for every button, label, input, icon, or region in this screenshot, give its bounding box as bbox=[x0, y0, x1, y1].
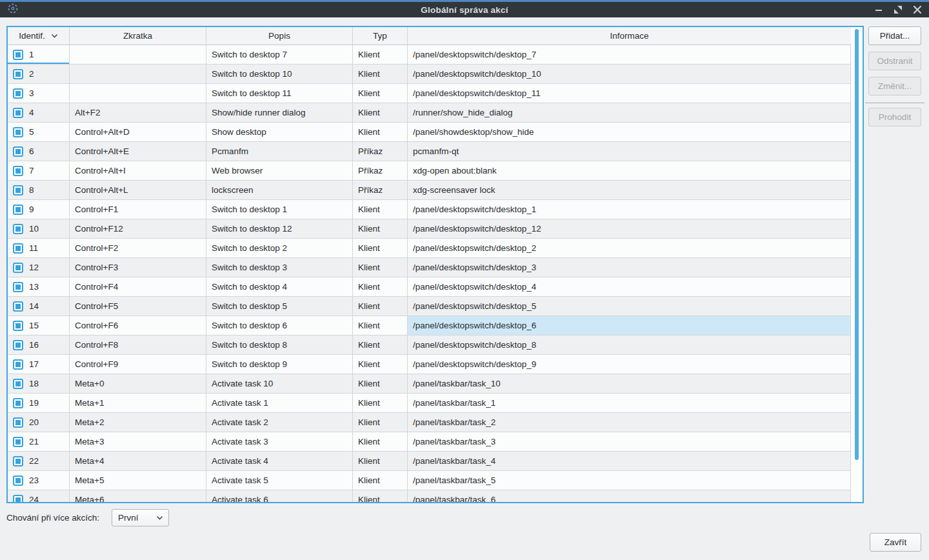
table-row[interactable]: 13Control+F4Switch to desktop 4Klient/pa… bbox=[8, 277, 851, 297]
cell-identif[interactable]: 23 bbox=[8, 471, 70, 490]
cell-typ[interactable]: Klient bbox=[353, 452, 408, 471]
table-row[interactable]: 6Control+Alt+EPcmanfmPříkazpcmanfm-qt bbox=[8, 142, 851, 161]
checkbox-checked-icon[interactable] bbox=[13, 301, 23, 312]
cell-popis[interactable]: Switch to desktop 7 bbox=[206, 45, 353, 65]
cell-zkratka[interactable]: Meta+2 bbox=[70, 413, 206, 432]
cell-typ[interactable]: Klient bbox=[353, 277, 408, 297]
table-row[interactable]: 20Meta+2Activate task 2Klient/panel/task… bbox=[8, 413, 851, 432]
table-row[interactable]: 16Control+F8Switch to desktop 8Klient/pa… bbox=[8, 335, 851, 355]
table-row[interactable]: 11Control+F2Switch to desktop 2Klient/pa… bbox=[8, 239, 851, 258]
cell-popis[interactable]: Pcmanfm bbox=[206, 142, 353, 161]
maximize-restore-button[interactable] bbox=[893, 5, 903, 15]
cell-zkratka[interactable]: Control+Alt+D bbox=[70, 123, 206, 142]
cell-zkratka[interactable] bbox=[70, 45, 206, 65]
checkbox-checked-icon[interactable] bbox=[13, 243, 23, 254]
cell-popis[interactable]: Activate task 5 bbox=[206, 471, 353, 490]
checkbox-checked-icon[interactable] bbox=[13, 224, 23, 234]
cell-informace[interactable]: /runner/show_hide_dialog bbox=[408, 103, 851, 123]
cell-zkratka[interactable]: Control+F3 bbox=[70, 258, 206, 277]
cell-informace[interactable]: /panel/desktopswitch/desktop_5 bbox=[408, 297, 851, 316]
cell-zkratka[interactable]: Control+F8 bbox=[70, 335, 206, 355]
cell-informace[interactable]: xdg-open about:blank bbox=[408, 161, 851, 181]
cell-identif[interactable]: 4 bbox=[8, 103, 70, 123]
cell-identif[interactable]: 16 bbox=[8, 335, 70, 355]
cell-informace[interactable]: /panel/taskbar/task_10 bbox=[408, 374, 851, 394]
scrollbar-thumb[interactable] bbox=[855, 29, 859, 460]
cell-typ[interactable]: Příkaz bbox=[353, 142, 408, 161]
cell-zkratka[interactable]: Meta+4 bbox=[70, 452, 206, 471]
minimize-button[interactable] bbox=[874, 5, 884, 15]
cell-informace[interactable]: /panel/desktopswitch/desktop_4 bbox=[408, 277, 851, 297]
cell-identif[interactable]: 6 bbox=[8, 142, 70, 161]
add-button[interactable]: Přidat... bbox=[868, 26, 921, 45]
cell-popis[interactable]: Activate task 1 bbox=[206, 394, 353, 413]
cell-popis[interactable]: Switch to desktop 10 bbox=[206, 65, 353, 84]
cell-identif[interactable]: 11 bbox=[8, 239, 70, 258]
cell-zkratka[interactable]: Meta+0 bbox=[70, 374, 206, 394]
cell-popis[interactable]: Switch to desktop 3 bbox=[206, 258, 353, 277]
cell-typ[interactable]: Klient bbox=[353, 394, 408, 413]
cell-typ[interactable]: Příkaz bbox=[353, 181, 408, 200]
table-row[interactable]: 12Control+F3Switch to desktop 3Klient/pa… bbox=[8, 258, 851, 277]
title-bar[interactable]: Globální správa akcí bbox=[0, 2, 929, 17]
cell-informace[interactable]: /panel/desktopswitch/desktop_2 bbox=[408, 239, 851, 258]
cell-typ[interactable]: Klient bbox=[353, 65, 408, 84]
checkbox-checked-icon[interactable] bbox=[13, 282, 23, 292]
cell-identif[interactable]: 24 bbox=[8, 490, 70, 502]
cell-popis[interactable]: Activate task 3 bbox=[206, 432, 353, 452]
checkbox-checked-icon[interactable] bbox=[13, 185, 23, 195]
cell-typ[interactable]: Klient bbox=[353, 239, 408, 258]
table-row[interactable]: 2Switch to desktop 10Klient/panel/deskto… bbox=[8, 65, 851, 84]
cell-informace[interactable]: /panel/taskbar/task_3 bbox=[408, 432, 851, 452]
cell-identif[interactable]: 1 bbox=[8, 45, 70, 65]
cell-identif[interactable]: 14 bbox=[8, 297, 70, 316]
cell-informace[interactable]: /panel/desktopswitch/desktop_9 bbox=[408, 355, 851, 374]
cell-identif[interactable]: 15 bbox=[8, 316, 70, 335]
cell-identif[interactable]: 20 bbox=[8, 413, 70, 432]
checkbox-checked-icon[interactable] bbox=[13, 437, 23, 447]
cell-zkratka[interactable] bbox=[70, 65, 206, 84]
cell-typ[interactable]: Klient bbox=[353, 432, 408, 452]
cell-popis[interactable]: Switch to desktop 5 bbox=[206, 297, 353, 316]
checkbox-checked-icon[interactable] bbox=[13, 359, 23, 370]
cell-popis[interactable]: Switch to desktop 6 bbox=[206, 316, 353, 335]
cell-informace[interactable]: /panel/showdesktop/show_hide bbox=[408, 123, 851, 142]
table-row[interactable]: 15Control+F6Switch to desktop 6Klient/pa… bbox=[8, 316, 851, 335]
cell-popis[interactable]: Switch to desktop 11 bbox=[206, 84, 353, 103]
cell-typ[interactable]: Klient bbox=[353, 374, 408, 394]
cell-typ[interactable]: Příkaz bbox=[353, 161, 408, 181]
cell-zkratka[interactable]: Meta+3 bbox=[70, 432, 206, 452]
column-header-informace[interactable]: Informace bbox=[408, 27, 851, 45]
vertical-scrollbar[interactable] bbox=[851, 27, 863, 502]
cell-popis[interactable]: Show/hide runner dialog bbox=[206, 103, 353, 123]
cell-zkratka[interactable] bbox=[70, 84, 206, 103]
cell-typ[interactable]: Klient bbox=[353, 471, 408, 490]
cell-informace[interactable]: /panel/taskbar/task_4 bbox=[408, 452, 851, 471]
cell-identif[interactable]: 7 bbox=[8, 161, 70, 181]
checkbox-checked-icon[interactable] bbox=[13, 475, 23, 486]
cell-informace[interactable]: /panel/taskbar/task_6 bbox=[408, 490, 851, 502]
cell-typ[interactable]: Klient bbox=[353, 355, 408, 374]
table-row[interactable]: 18Meta+0Activate task 10Klient/panel/tas… bbox=[8, 374, 851, 394]
cell-informace[interactable]: /panel/desktopswitch/desktop_1 bbox=[408, 200, 851, 219]
cell-typ[interactable]: Klient bbox=[353, 297, 408, 316]
cell-popis[interactable]: Switch to desktop 8 bbox=[206, 335, 353, 355]
cell-identif[interactable]: 8 bbox=[8, 181, 70, 200]
cell-typ[interactable]: Klient bbox=[353, 103, 408, 123]
table-row[interactable]: 9Control+F1Switch to desktop 1Klient/pan… bbox=[8, 200, 851, 219]
cell-informace[interactable]: /panel/desktopswitch/desktop_12 bbox=[408, 219, 851, 239]
cell-popis[interactable]: Switch to desktop 12 bbox=[206, 219, 353, 239]
cell-identif[interactable]: 17 bbox=[8, 355, 70, 374]
cell-typ[interactable]: Klient bbox=[353, 258, 408, 277]
cell-zkratka[interactable]: Control+F12 bbox=[70, 219, 206, 239]
table-row[interactable]: 22Meta+4Activate task 4Klient/panel/task… bbox=[8, 452, 851, 471]
cell-popis[interactable]: Switch to desktop 1 bbox=[206, 200, 353, 219]
cell-typ[interactable]: Klient bbox=[353, 413, 408, 432]
cell-popis[interactable]: Switch to desktop 2 bbox=[206, 239, 353, 258]
cell-popis[interactable]: lockscreen bbox=[206, 181, 353, 200]
cell-typ[interactable]: Klient bbox=[353, 84, 408, 103]
cell-identif[interactable]: 9 bbox=[8, 200, 70, 219]
cell-informace[interactable]: /panel/desktopswitch/desktop_7 bbox=[408, 45, 851, 65]
cell-popis[interactable]: Activate task 10 bbox=[206, 374, 353, 394]
cell-zkratka[interactable]: Meta+1 bbox=[70, 394, 206, 413]
